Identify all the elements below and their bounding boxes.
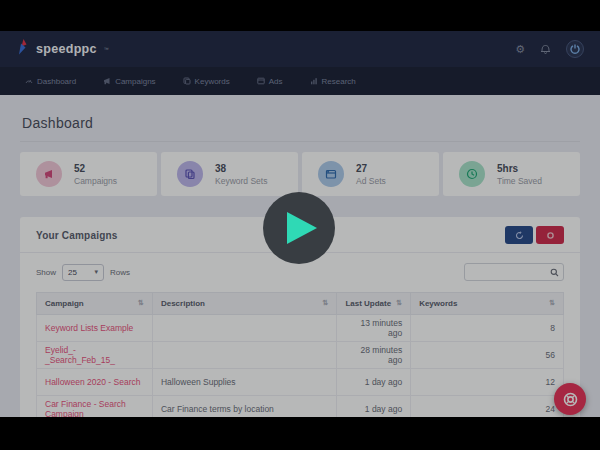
- video-frame: speedppc ™ ⚙ Dashboard: [0, 31, 600, 417]
- play-button[interactable]: [263, 192, 335, 264]
- play-icon: [287, 212, 317, 244]
